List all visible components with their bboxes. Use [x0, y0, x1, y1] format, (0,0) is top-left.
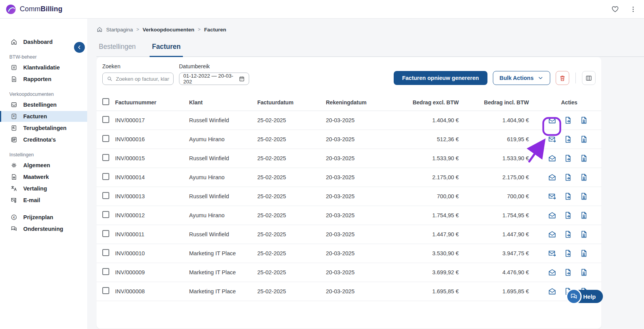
- export-file-button[interactable]: [564, 268, 572, 277]
- column-header-bedrag-excl[interactable]: Bedrag excl. BTW: [395, 94, 465, 111]
- invoice-date-cell: 25-02-2025: [257, 149, 326, 168]
- sidebar-item-algemeen[interactable]: Algemeen: [0, 160, 87, 171]
- row-checkbox[interactable]: [102, 287, 109, 294]
- row-checkbox[interactable]: [102, 192, 109, 199]
- table-row[interactable]: INV/000008Marketing IT Place25-02-202520…: [96, 282, 601, 301]
- export-file-button[interactable]: [564, 192, 572, 201]
- select-all-checkbox[interactable]: [102, 98, 109, 105]
- sidebar-item-creditnotas[interactable]: Creditnota's: [0, 134, 87, 145]
- row-checkbox[interactable]: [102, 116, 109, 123]
- table-row[interactable]: INV/000016Ayumu Hirano25-02-202520-03-20…: [96, 130, 601, 149]
- favorites-button[interactable]: [611, 5, 619, 13]
- send-email-button[interactable]: [548, 192, 556, 201]
- column-header-klant[interactable]: Klant: [189, 94, 257, 111]
- more-menu-button[interactable]: [629, 5, 637, 13]
- sidebar-item-label: Facturen: [23, 113, 47, 119]
- row-checkbox[interactable]: [102, 268, 109, 275]
- bulk-actions-button[interactable]: Bulk Actions: [493, 71, 550, 85]
- export-file-button[interactable]: [564, 173, 572, 182]
- brand-logo[interactable]: CommBilling: [5, 4, 62, 15]
- search-input[interactable]: [116, 76, 169, 82]
- breadcrumb-verkoopdocumenten[interactable]: Verkoopdocumenten: [143, 27, 195, 33]
- export-file-button[interactable]: [564, 135, 572, 144]
- download-file-button[interactable]: [580, 249, 588, 258]
- amount-incl-cell: 1.754,95 €: [465, 206, 535, 225]
- send-email-button[interactable]: [548, 287, 556, 296]
- export-file-button[interactable]: [564, 116, 572, 125]
- download-file-button[interactable]: [580, 116, 588, 125]
- breadcrumb-startpagina[interactable]: Startpagina: [106, 27, 133, 33]
- refund-icon: [10, 125, 17, 132]
- tab-facturen[interactable]: Facturen: [150, 43, 183, 57]
- download-file-button[interactable]: [580, 268, 588, 277]
- send-email-button[interactable]: [548, 116, 556, 125]
- column-header-rekeningdatum[interactable]: Rekeningdatum: [326, 94, 395, 111]
- download-file-button[interactable]: [580, 192, 588, 201]
- column-header-factuurnummer[interactable]: Factuurnummer: [115, 94, 189, 111]
- download-file-button[interactable]: [580, 135, 588, 144]
- delete-button[interactable]: [556, 71, 569, 85]
- sidebar-section-header: Instellingen: [0, 152, 87, 160]
- sidebar-item-bestellingen[interactable]: Bestellingen: [0, 99, 87, 110]
- invoice-number-cell: INV/000009: [115, 263, 189, 282]
- chat-button[interactable]: [566, 289, 582, 304]
- table-row[interactable]: INV/000013Russell Winfield25-02-202520-0…: [96, 187, 601, 206]
- send-email-button[interactable]: [548, 173, 556, 182]
- mail-open-icon: [548, 173, 556, 182]
- invoice-number-cell: INV/000016: [115, 130, 189, 149]
- sidebar-item-vertaling[interactable]: Vertaling: [0, 183, 87, 194]
- send-email-button[interactable]: [548, 211, 556, 220]
- column-header-bedrag-incl[interactable]: Bedrag incl. BTW: [465, 94, 535, 111]
- export-file-button[interactable]: [564, 230, 572, 239]
- export-file-button[interactable]: [564, 211, 572, 220]
- row-checkbox[interactable]: [102, 211, 109, 218]
- sidebar-item-klantvalidatie[interactable]: Klantvalidatie: [0, 62, 87, 73]
- mail-open-icon: [548, 116, 556, 125]
- date-range-input[interactable]: 01-12-2022 — 20-03-202: [179, 73, 249, 85]
- billing-date-cell: 20-03-2025: [326, 282, 395, 301]
- table-row[interactable]: INV/000015Russell Winfield25-02-202520-0…: [96, 149, 601, 168]
- sidebar-item-rapporten[interactable]: Rapporten: [0, 74, 87, 85]
- sidebar-item-terugbetalingen[interactable]: Terugbetalingen: [0, 123, 87, 133]
- tab-bestellingen[interactable]: Bestellingen: [96, 43, 138, 57]
- table-row[interactable]: INV/000017Russell Winfield25-02-202520-0…: [96, 111, 601, 130]
- table-row[interactable]: INV/000009Marketing IT Place25-02-202520…: [96, 263, 601, 282]
- send-email-button[interactable]: [548, 249, 556, 258]
- sidebar-item-ondersteuning[interactable]: Ondersteuning: [0, 223, 87, 234]
- table-row[interactable]: INV/000011Russell Winfield25-02-202520-0…: [96, 225, 601, 244]
- send-email-button[interactable]: [548, 230, 556, 239]
- columns-button[interactable]: [582, 71, 596, 85]
- home-icon[interactable]: [96, 26, 103, 33]
- export-file-button[interactable]: [564, 249, 572, 258]
- export-file-button[interactable]: [564, 154, 572, 163]
- download-file-button[interactable]: [580, 154, 588, 163]
- download-file-button[interactable]: [580, 173, 588, 182]
- send-email-button[interactable]: [548, 268, 556, 277]
- sidebar-collapse-button[interactable]: [74, 42, 85, 53]
- regenerate-invoices-button[interactable]: Facturen opnieuw genereren: [394, 71, 487, 85]
- send-email-button[interactable]: [548, 135, 556, 144]
- client-cell: Marketing IT Place: [189, 282, 257, 301]
- row-checkbox[interactable]: [102, 230, 109, 237]
- row-checkbox[interactable]: [102, 173, 109, 180]
- sidebar-item-facturen[interactable]: €Facturen: [0, 111, 87, 122]
- mail-open-icon: [548, 230, 556, 239]
- billing-date-cell: 20-03-2025: [326, 225, 395, 244]
- invoice-number-cell: INV/000012: [115, 206, 189, 225]
- sidebar-item-prijzenplan[interactable]: €Prijzenplan: [0, 212, 87, 223]
- client-cell: Marketing IT Place: [189, 263, 257, 282]
- download-file-button[interactable]: [580, 230, 588, 239]
- column-header-factuurdatum[interactable]: Factuurdatum: [257, 94, 326, 111]
- search-icon: [107, 76, 113, 82]
- table-row[interactable]: INV/000012Ayumu Hirano25-02-202520-03-20…: [96, 206, 601, 225]
- table-row[interactable]: INV/000014Ayumu Hirano25-02-202520-03-20…: [96, 168, 601, 187]
- row-checkbox[interactable]: [102, 249, 109, 256]
- table-row[interactable]: INV/000010Marketing IT Place25-02-202520…: [96, 244, 601, 263]
- row-checkbox[interactable]: [102, 135, 109, 142]
- sidebar-item-email[interactable]: E-mail: [0, 195, 87, 206]
- row-checkbox[interactable]: [102, 154, 109, 161]
- download-file-button[interactable]: [580, 211, 588, 220]
- send-email-button[interactable]: [548, 154, 556, 163]
- sidebar-item-maatwerk[interactable]: Maatwerk: [0, 171, 87, 182]
- mail-open-icon: [548, 154, 556, 163]
